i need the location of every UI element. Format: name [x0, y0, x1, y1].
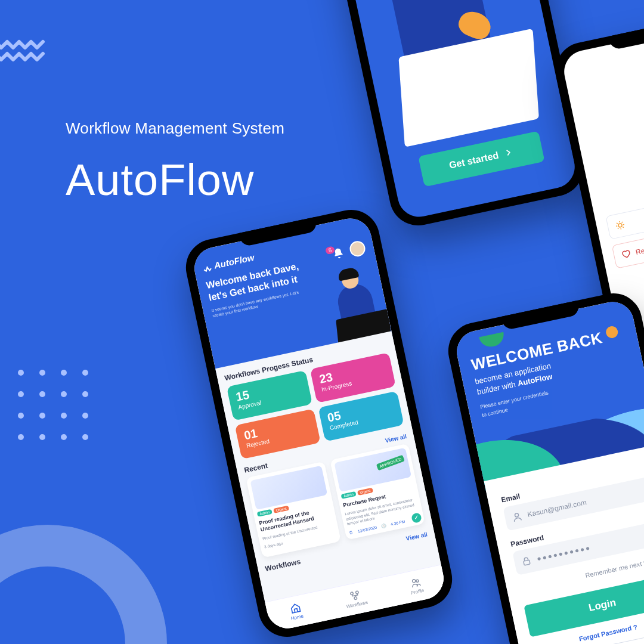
- password-value: ●●●●●●●●●●: [536, 543, 592, 563]
- decor-ring: [0, 525, 167, 644]
- phone-login: WELCOME BACK become an application build…: [443, 288, 644, 644]
- login-header: WELCOME BACK become an application build…: [453, 298, 644, 470]
- hero-title: AutoFlow: [66, 154, 284, 205]
- workflows-viewall-link[interactable]: View all: [405, 531, 428, 541]
- notifications-button[interactable]: 5: [332, 246, 346, 261]
- approved-stamp: APPROVED: [376, 455, 405, 470]
- decor-wave: [0, 36, 45, 62]
- recent-viewall-link[interactable]: View all: [385, 433, 407, 444]
- sun-icon: [615, 219, 626, 231]
- get-started-label: Get started: [448, 150, 499, 171]
- svg-point-6: [515, 513, 519, 517]
- hero-heading: Workflow Management System AutoFlow: [66, 119, 284, 205]
- svg-point-5: [416, 580, 419, 583]
- svg-point-2: [355, 591, 358, 594]
- nav-profile[interactable]: Profile: [408, 576, 425, 596]
- section-recent-title: Recent: [243, 462, 268, 475]
- svg-point-4: [412, 579, 416, 583]
- reject-label: Reject: [635, 244, 644, 257]
- chevron-right-icon: [503, 147, 515, 159]
- section-workflows-title: Workflows: [264, 557, 301, 572]
- nav-home[interactable]: Home: [288, 602, 304, 621]
- phone-dashboard: AutoFlow Welcome back Dave, let's Get ba…: [181, 205, 457, 642]
- calendar-icon: 🗓: [349, 530, 354, 535]
- remember-label: Remember me next time: [584, 557, 644, 579]
- clock-icon: 🕓: [381, 523, 386, 528]
- phone-onboarding: Get started: [312, 0, 589, 231]
- logo-icon: [202, 261, 213, 273]
- heart-break-icon: [621, 249, 632, 260]
- outline-button-1[interactable]: [605, 183, 644, 239]
- decor-dots: [18, 370, 91, 442]
- svg-point-0: [618, 223, 622, 227]
- avatar[interactable]: [348, 240, 367, 258]
- lock-icon: [521, 556, 532, 567]
- email-value: Kasun@gmail.com: [527, 498, 587, 519]
- svg-point-3: [354, 596, 357, 599]
- svg-point-1: [351, 592, 354, 595]
- hero-subtitle: Workflow Management System: [66, 119, 284, 138]
- recent-card-2[interactable]: APPROVED Admin Urgent Purchase Reqest Lo…: [330, 444, 425, 540]
- recent-card-1[interactable]: Admin Urgent Proof reading of the Uncorr…: [246, 462, 340, 558]
- user-icon: [512, 511, 523, 522]
- nav-workflows[interactable]: Workflows: [343, 588, 369, 609]
- onboard-illustration: [322, 0, 579, 221]
